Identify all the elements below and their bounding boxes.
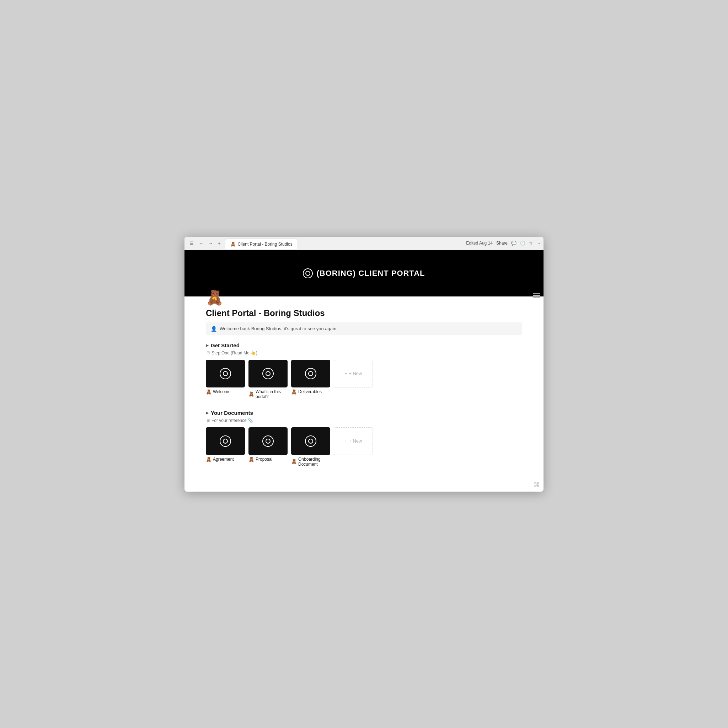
card-proposal-label: 🧸 Proposal bbox=[248, 457, 288, 462]
more-menu-icon[interactable]: ··· bbox=[537, 241, 540, 246]
card-onboarding-label: 🧸 Onboarding Document bbox=[291, 457, 330, 467]
card-agreement[interactable]: 🧸 Agreement bbox=[206, 427, 245, 462]
card-welcome-emoji: 🧸 bbox=[206, 389, 211, 395]
section-your-documents-header[interactable]: ▶ Your Documents bbox=[206, 410, 522, 416]
browser-window: ☰ ← → + 🧸 Client Portal - Boring Studios… bbox=[185, 237, 543, 492]
welcome-banner: 👤 Welcome back Boring Studios, it's grea… bbox=[206, 323, 522, 335]
card-agreement-thumbnail bbox=[206, 427, 245, 455]
browser-tab[interactable]: 🧸 Client Portal - Boring Studios bbox=[225, 239, 298, 249]
sidebar-btn-2[interactable] bbox=[533, 295, 540, 296]
get-started-cards-grid: 🧸 Welcome 🧸 What's in this portal? bbox=[206, 360, 522, 399]
forward-button[interactable]: → bbox=[207, 240, 214, 247]
card-onboarding-emoji: 🧸 bbox=[291, 459, 297, 464]
grid-icon: ⊞ bbox=[206, 350, 210, 355]
tab-emoji: 🧸 bbox=[230, 242, 236, 247]
sidebar-collapse-btn[interactable] bbox=[533, 293, 540, 294]
card-portal-label: 🧸 What's in this portal? bbox=[248, 389, 288, 399]
edited-label: Edited Aug 14 bbox=[466, 241, 492, 246]
card-portal-icon bbox=[262, 368, 274, 379]
card-proposal-thumbnail bbox=[248, 427, 288, 455]
card-agreement-icon bbox=[220, 436, 231, 447]
card-proposal-emoji: 🧸 bbox=[248, 457, 254, 462]
card-deliverables-thumbnail bbox=[291, 360, 330, 387]
card-onboarding-thumbnail bbox=[291, 427, 330, 455]
clock-icon[interactable]: 🕐 bbox=[520, 241, 525, 246]
your-documents-cards-grid: 🧸 Agreement 🧸 Proposal bbox=[206, 427, 522, 467]
page-icon: 🧸 bbox=[206, 289, 522, 306]
comment-icon[interactable]: 💬 bbox=[511, 241, 517, 246]
browser-chrome: ☰ ← → + 🧸 Client Portal - Boring Studios… bbox=[185, 237, 543, 250]
section-get-started: ▶ Get Started ⊞ Step One (Read Me 👆) 🧸 bbox=[206, 342, 522, 399]
section-your-documents-subtitle: ⊞ For your reference 📎 bbox=[206, 418, 522, 423]
page-body: 🧸 Client Portal - Boring Studios 👤 Welco… bbox=[185, 289, 543, 492]
new-tab-button[interactable]: + bbox=[217, 240, 222, 247]
card-deliverables-emoji: 🧸 bbox=[291, 389, 297, 395]
card-agreement-label: 🧸 Agreement bbox=[206, 457, 245, 462]
card-agreement-emoji: 🧸 bbox=[206, 457, 211, 462]
card-proposal[interactable]: 🧸 Proposal bbox=[248, 427, 288, 462]
get-started-new-button[interactable]: + + New bbox=[334, 360, 373, 387]
page-content: (BORING) CLIENT PORTAL 🧸 Client Portal -… bbox=[185, 250, 543, 492]
card-welcome-label: 🧸 Welcome bbox=[206, 389, 245, 395]
menu-button[interactable]: ☰ bbox=[188, 240, 195, 247]
card-welcome-thumbnail bbox=[206, 360, 245, 387]
cover-title: (BORING) CLIENT PORTAL bbox=[303, 268, 425, 278]
card-onboarding-icon bbox=[305, 436, 317, 447]
page-title: Client Portal - Boring Studios bbox=[206, 308, 522, 318]
section-your-documents-title: Your Documents bbox=[211, 410, 253, 416]
docs-grid-icon: ⊞ bbox=[206, 418, 210, 423]
browser-actions: Edited Aug 14 Share 💬 🕐 ☆ ··· bbox=[466, 241, 540, 246]
card-deliverables-icon bbox=[305, 368, 317, 379]
welcome-person-icon: 👤 bbox=[211, 326, 217, 332]
sidebar-btn-3[interactable] bbox=[533, 297, 540, 298]
section-your-documents: ▶ Your Documents ⊞ For your reference 📎 … bbox=[206, 410, 522, 467]
card-deliverables-label: 🧸 Deliverables bbox=[291, 389, 330, 395]
card-onboarding[interactable]: 🧸 Onboarding Document bbox=[291, 427, 330, 467]
section-get-started-header[interactable]: ▶ Get Started bbox=[206, 342, 522, 348]
tab-title: Client Portal - Boring Studios bbox=[238, 242, 292, 247]
sidebar-controls bbox=[533, 293, 543, 298]
bottom-right-icon: ⌘ bbox=[534, 481, 540, 489]
section-docs-arrow-icon: ▶ bbox=[206, 411, 209, 415]
new-icon: + bbox=[345, 371, 348, 376]
section-get-started-subtitle: ⊞ Step One (Read Me 👆) bbox=[206, 350, 522, 355]
card-whats-in-portal[interactable]: 🧸 What's in this portal? bbox=[248, 360, 288, 399]
section-arrow-icon: ▶ bbox=[206, 343, 209, 347]
section-get-started-title: Get Started bbox=[211, 342, 240, 348]
card-welcome[interactable]: 🧸 Welcome bbox=[206, 360, 245, 395]
card-portal-emoji: 🧸 bbox=[248, 392, 254, 397]
docs-new-icon: + bbox=[345, 438, 348, 444]
card-proposal-icon bbox=[262, 436, 274, 447]
browser-controls: ☰ ← → + bbox=[188, 240, 222, 247]
back-button[interactable]: ← bbox=[197, 240, 205, 247]
card-welcome-icon bbox=[220, 368, 231, 379]
welcome-text: Welcome back Boring Studios, it's great … bbox=[220, 326, 336, 331]
cover-boring-icon bbox=[303, 268, 313, 278]
star-icon[interactable]: ☆ bbox=[529, 241, 533, 246]
share-button[interactable]: Share bbox=[496, 241, 508, 246]
card-deliverables[interactable]: 🧸 Deliverables bbox=[291, 360, 330, 395]
card-portal-thumbnail bbox=[248, 360, 288, 387]
your-documents-new-button[interactable]: + + New bbox=[334, 427, 373, 455]
